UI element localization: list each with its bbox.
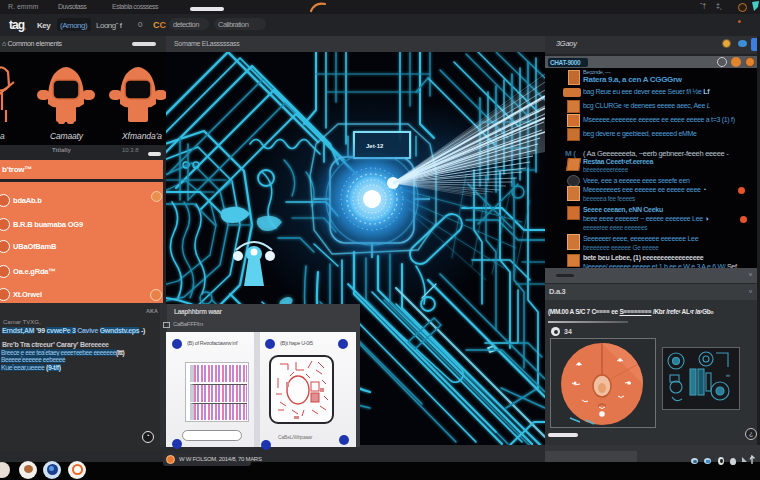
svg-text:a: a xyxy=(0,131,5,141)
svg-text:‹›: ‹› xyxy=(726,372,730,378)
svg-text:Jet·12: Jet·12 xyxy=(366,143,384,149)
svg-text:Xfmanda'a: Xfmanda'a xyxy=(121,131,162,141)
svg-text:Camaaty: Camaaty xyxy=(50,131,84,141)
